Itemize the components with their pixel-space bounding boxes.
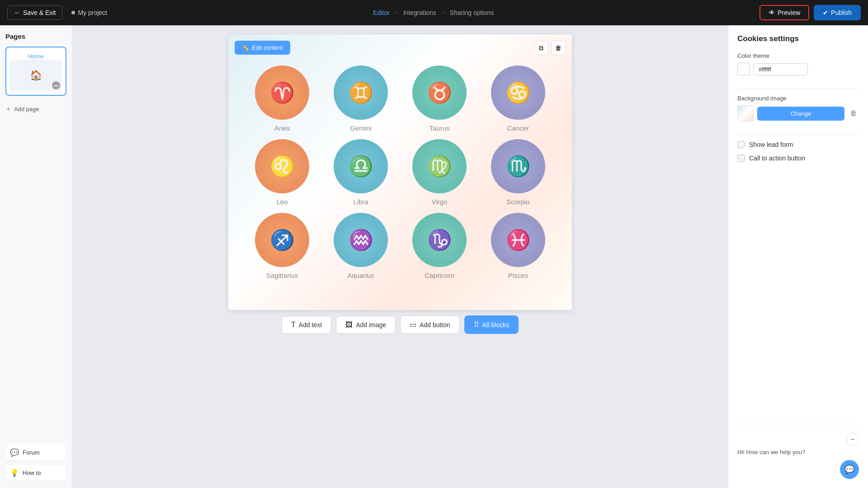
color-row bbox=[737, 63, 859, 75]
add-button-button[interactable]: ▭ Add button bbox=[400, 315, 460, 334]
call-to-action-label: Call to action button bbox=[749, 155, 805, 162]
divider-2 bbox=[737, 134, 859, 135]
bg-image-label: Background image bbox=[737, 95, 859, 102]
main-layout: Pages Home 🏠 ••• ＋ Add page 💬 Forum 💡 Ho… bbox=[0, 25, 868, 488]
zodiac-label-aquarius: Aquarius bbox=[347, 272, 374, 279]
zodiac-circle-pisces: ♓ bbox=[491, 213, 545, 267]
zodiac-label-aries: Aries bbox=[274, 124, 290, 132]
zodiac-item-sagittarius[interactable]: ♐ Sagittarius bbox=[246, 213, 318, 279]
sidebar-title: Pages bbox=[5, 33, 66, 40]
sidebar-tool-forum[interactable]: 💬 Forum bbox=[5, 445, 66, 460]
page-card-thumbnail: 🏠 ••• bbox=[10, 60, 62, 91]
publish-label: Publish bbox=[831, 9, 852, 16]
page-card-home[interactable]: Home 🏠 ••• bbox=[5, 47, 66, 96]
nav-integrations[interactable]: Integrations bbox=[403, 9, 436, 16]
change-bg-button[interactable]: Change bbox=[757, 107, 844, 121]
zodiac-symbol-aries: ♈ bbox=[270, 81, 295, 104]
zodiac-item-leo[interactable]: ♌ Leo bbox=[246, 139, 318, 206]
chat-hint-text: Hi! How can we help you? bbox=[737, 449, 859, 455]
zodiac-item-aquarius[interactable]: ♒ Aquarius bbox=[325, 213, 396, 279]
divider-1 bbox=[737, 88, 859, 89]
call-to-action-row: Call to action button bbox=[737, 155, 859, 162]
zodiac-circle-aries: ♈ bbox=[255, 66, 309, 120]
image-icon: 🖼 bbox=[345, 321, 353, 329]
zodiac-symbol-cancer: ♋ bbox=[506, 81, 531, 104]
zodiac-label-pisces: Pisces bbox=[508, 272, 528, 279]
blocks-icon: ⠿ bbox=[474, 320, 479, 329]
color-input[interactable] bbox=[754, 63, 808, 75]
collapse-chat-button[interactable]: − bbox=[846, 433, 859, 446]
forum-icon: 💬 bbox=[10, 448, 19, 457]
all-blocks-button[interactable]: ⠿ All blocks bbox=[464, 315, 519, 334]
chat-icon: 💬 bbox=[844, 465, 854, 474]
back-arrow-icon: ← bbox=[14, 9, 20, 16]
zodiac-item-libra[interactable]: ♎ Libra bbox=[325, 139, 396, 206]
zodiac-label-scorpio: Scorpio bbox=[507, 198, 530, 206]
zodiac-item-capricorn[interactable]: ♑ Capricorn bbox=[404, 213, 475, 279]
zodiac-circle-scorpio: ♏ bbox=[491, 139, 545, 193]
nav-arrow-2: → bbox=[440, 9, 446, 16]
zodiac-label-cancer: Cancer bbox=[507, 124, 529, 132]
add-page-button[interactable]: ＋ Add page bbox=[5, 103, 66, 115]
edit-content-label: Edit content bbox=[252, 44, 283, 51]
sidebar-bottom: 💬 Forum 💡 How to bbox=[5, 445, 66, 481]
zodiac-circle-gemini: ♊ bbox=[334, 66, 388, 120]
howto-icon: 💡 bbox=[10, 469, 19, 477]
more-dots-icon: ••• bbox=[54, 83, 59, 88]
edit-content-button[interactable]: ✏️ Edit content bbox=[235, 41, 290, 55]
bottom-toolbar: T Add text 🖼 Add image ▭ Add button ⠿ Al… bbox=[282, 310, 519, 339]
zodiac-symbol-sagittarius: ♐ bbox=[270, 228, 295, 252]
chat-bubble-button[interactable]: 💬 bbox=[840, 460, 859, 479]
show-lead-form-checkbox[interactable] bbox=[737, 141, 745, 148]
zodiac-item-aries[interactable]: ♈ Aries bbox=[246, 66, 318, 132]
call-to-action-checkbox[interactable] bbox=[737, 155, 745, 162]
save-exit-button[interactable]: ← Save & Exit bbox=[7, 5, 62, 20]
page-more-button[interactable]: ••• bbox=[52, 81, 60, 89]
copy-button[interactable]: ⧉ bbox=[534, 41, 548, 55]
canvas-area: ✏️ Edit content ⧉ 🗑 ♈ Aries ♊ Gemini bbox=[72, 25, 728, 488]
canvas-frame: ✏️ Edit content ⧉ 🗑 ♈ Aries ♊ Gemini bbox=[228, 34, 572, 310]
zodiac-symbol-virgo: ♍ bbox=[427, 155, 452, 178]
canvas-wrapper: ✏️ Edit content ⧉ 🗑 ♈ Aries ♊ Gemini bbox=[228, 34, 572, 310]
preview-label: Preview bbox=[778, 9, 800, 16]
add-button-label: Add button bbox=[420, 321, 450, 328]
preview-button[interactable]: 👁 Preview bbox=[760, 5, 809, 20]
zodiac-symbol-libra: ♎ bbox=[349, 155, 373, 178]
zodiac-item-pisces[interactable]: ♓ Pisces bbox=[482, 213, 554, 279]
sidebar-tool-howto[interactable]: 💡 How to bbox=[5, 465, 66, 481]
bg-image-row: Change 🗑 bbox=[737, 105, 859, 122]
zodiac-circle-libra: ♎ bbox=[334, 139, 388, 193]
zodiac-item-scorpio[interactable]: ♏ Scorpio bbox=[482, 139, 554, 206]
color-swatch[interactable] bbox=[737, 63, 750, 75]
panel-title: Cookies settings bbox=[737, 34, 859, 43]
zodiac-item-gemini[interactable]: ♊ Gemini bbox=[325, 66, 396, 132]
delete-button[interactable]: 🗑 bbox=[551, 41, 566, 55]
zodiac-circle-aquarius: ♒ bbox=[334, 213, 388, 267]
nav-sharing[interactable]: Sharing options bbox=[450, 9, 494, 16]
zodiac-label-sagittarius: Sagittarius bbox=[266, 272, 298, 279]
add-image-button[interactable]: 🖼 Add image bbox=[336, 316, 396, 334]
zodiac-item-virgo[interactable]: ♍ Virgo bbox=[404, 139, 475, 206]
howto-label: How to bbox=[23, 469, 41, 476]
project-name-label: My project bbox=[78, 9, 107, 16]
color-theme-label: Color theme bbox=[737, 52, 859, 59]
show-lead-form-row: Show lead form bbox=[737, 141, 859, 148]
zodiac-symbol-gemini: ♊ bbox=[349, 81, 373, 104]
add-text-button[interactable]: T Add text bbox=[282, 316, 331, 334]
zodiac-circle-sagittarius: ♐ bbox=[255, 213, 309, 267]
publish-button[interactable]: ✔ Publish bbox=[814, 5, 861, 20]
zodiac-background: ♈ Aries ♊ Gemini ♉ Taurus ♋ Cancer ♌ Leo bbox=[228, 34, 572, 310]
zodiac-grid: ♈ Aries ♊ Gemini ♉ Taurus ♋ Cancer ♌ Leo bbox=[228, 47, 572, 297]
nav-editor[interactable]: Editor bbox=[373, 9, 390, 16]
pencil-icon: ✏️ bbox=[242, 44, 249, 51]
zodiac-item-cancer[interactable]: ♋ Cancer bbox=[482, 66, 554, 132]
eye-icon: 👁 bbox=[769, 9, 775, 16]
delete-bg-button[interactable]: 🗑 bbox=[848, 108, 859, 119]
zodiac-item-taurus[interactable]: ♉ Taurus bbox=[404, 66, 475, 132]
color-theme-section: Color theme bbox=[737, 52, 859, 75]
text-icon: T bbox=[291, 321, 296, 329]
canvas-actions: ⧉ 🗑 bbox=[534, 41, 566, 55]
add-page-label: Add page bbox=[14, 106, 39, 113]
zodiac-label-capricorn: Capricorn bbox=[425, 272, 454, 279]
zodiac-symbol-pisces: ♓ bbox=[506, 228, 531, 252]
